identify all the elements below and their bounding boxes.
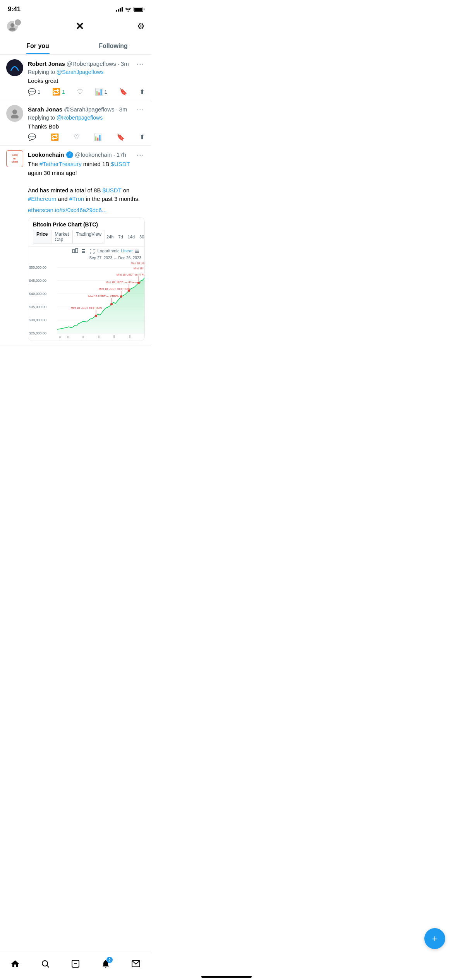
annotation-text-2: Mint 1B USDT on #TRON xyxy=(88,295,119,298)
tweet-header-sarah: Sarah Jonas @SarahJpageflows · 3m ··· xyxy=(28,105,145,114)
tweet-time: · xyxy=(118,60,119,67)
chart-header: Bitcoin Price Chart (BTC) Price Market C… xyxy=(28,218,144,247)
tab-for-you[interactable]: For you xyxy=(0,37,76,54)
ethereum-link[interactable]: #Ethereum xyxy=(28,195,56,202)
bookmark-button[interactable]: 🔖 xyxy=(119,89,127,95)
svg-point-0 xyxy=(10,23,14,27)
vol-bar xyxy=(129,335,130,338)
like-button[interactable]: ♡ xyxy=(74,134,79,140)
reply-to-link[interactable]: @Robertpageflows xyxy=(57,115,103,121)
tweet-timestamp: 3m xyxy=(121,60,129,67)
svg-rect-5 xyxy=(72,250,75,253)
retweet-button[interactable]: 🔁 xyxy=(51,134,59,140)
time-24h[interactable]: 24h xyxy=(105,234,115,240)
annotation-text-3: Mint 1B USDT on #TRON xyxy=(99,288,130,290)
reply-icon: 💬 xyxy=(28,134,36,140)
svg-point-1 xyxy=(9,27,15,31)
tweet-meta-sarah: Sarah Jonas @SarahJpageflows · 3m xyxy=(28,106,135,113)
share-button[interactable]: ⬆ xyxy=(139,89,145,95)
tweet-author-name: Lookonchain xyxy=(28,151,64,158)
chart-tab-tradingview[interactable]: TradingView xyxy=(72,230,105,244)
reply-button[interactable]: 💬 xyxy=(28,134,36,140)
share-icon: ⬆ xyxy=(139,89,145,95)
usdt-link-1[interactable]: $USDT xyxy=(111,161,130,167)
chart-tab-price[interactable]: Price xyxy=(33,230,51,244)
reply-to-label: Replying to @Robertpageflows xyxy=(28,115,145,121)
avatar-sarah[interactable] xyxy=(6,105,23,122)
tweet-actions-sarah: 💬 🔁 ♡ 📊 🔖 ⬆ xyxy=(28,134,145,140)
annotation-text-1: Mint 1B USDT on #TRON xyxy=(71,307,102,309)
tweet-body-robert: Robert Jonas @Robertpageflows · 3m ··· R… xyxy=(28,59,145,95)
y-label-50k: $50,000.00 xyxy=(29,266,46,269)
views-icon: 📊 xyxy=(95,89,103,95)
heart-icon: ♡ xyxy=(77,89,83,95)
tab-following[interactable]: Following xyxy=(76,37,151,54)
avatar-robert[interactable] xyxy=(6,59,23,76)
annotation-text-7: Mint 1B USDT on #TRON xyxy=(134,267,145,270)
annotation-text-4: Mint 1B USDT on #Ethereum xyxy=(106,281,141,284)
chart-type-tabs: Price Market Cap TradingView xyxy=(33,230,105,244)
tweet-timestamp: 17h xyxy=(117,151,126,158)
app-header: ✕ ⚙ xyxy=(0,15,151,37)
retweet-count: 1 xyxy=(62,89,65,95)
tron-link[interactable]: #Tron xyxy=(69,195,84,202)
svg-rect-2 xyxy=(6,59,23,76)
vol-bar xyxy=(82,336,84,338)
retweet-icon: 🔁 xyxy=(51,134,59,140)
status-icons xyxy=(116,7,143,12)
reply-to-label: Replying to @SarahJpageflows xyxy=(28,69,145,75)
vol-bar xyxy=(98,336,100,338)
logarithmic-option[interactable]: Logarithmic xyxy=(98,248,120,254)
y-label-35k: $35,000.00 xyxy=(29,305,46,309)
chart-expand-icon[interactable] xyxy=(89,248,95,254)
reply-to-link[interactable]: @SarahJpageflows xyxy=(57,69,104,75)
settings-icon[interactable]: ⚙ xyxy=(137,21,145,31)
tweet-meta-lookonchain: Lookonchain ✓ @lookonchain · 17h xyxy=(28,151,135,158)
battery-icon xyxy=(134,7,143,12)
views-button[interactable]: 📊 1 xyxy=(95,89,107,95)
tweet-more-button[interactable]: ··· xyxy=(135,59,145,68)
share-button[interactable]: ⬆ xyxy=(139,134,145,140)
annotation-dot-2 xyxy=(110,303,113,305)
etherscan-link[interactable]: etherscan.io/tx/0xc46a29dc6... xyxy=(28,207,145,213)
svg-rect-6 xyxy=(76,248,78,253)
bookmark-button[interactable]: 🔖 xyxy=(117,134,125,140)
annotation-dot-1 xyxy=(95,315,97,317)
status-bar: 9:41 xyxy=(0,0,151,15)
svg-point-4 xyxy=(11,115,19,118)
retweet-button[interactable]: 🔁 1 xyxy=(52,89,65,95)
usdt-link-2[interactable]: $USDT xyxy=(103,187,122,194)
tether-treasury-link[interactable]: #TetherTreasury xyxy=(39,161,82,167)
views-button[interactable]: 📊 xyxy=(94,134,102,140)
tweet-header-robert: Robert Jonas @Robertpageflows · 3m ··· xyxy=(28,59,145,68)
profile-avatar-group[interactable] xyxy=(6,19,22,34)
linear-option[interactable]: Linear xyxy=(121,248,133,254)
tweet-dot: · xyxy=(116,106,118,113)
tweet-body-lookonchain: Lookonchain ✓ @lookonchain · 17h ··· The… xyxy=(28,150,145,341)
chart-icon-1[interactable] xyxy=(72,248,78,254)
reply-button[interactable]: 💬 1 xyxy=(28,89,40,95)
tweet-header-lookonchain: Lookonchain ✓ @lookonchain · 17h ··· xyxy=(28,150,145,159)
share-icon: ⬆ xyxy=(139,134,145,140)
tweet-body-sarah: Sarah Jonas @SarahJpageflows · 3m ··· Re… xyxy=(28,105,145,141)
time-7d[interactable]: 7d xyxy=(117,234,124,240)
vol-bar xyxy=(144,334,145,338)
like-button[interactable]: ♡ xyxy=(77,89,83,95)
tweet-more-button[interactable]: ··· xyxy=(135,150,145,159)
bookmark-icon: 🔖 xyxy=(119,89,127,95)
menu-icon[interactable] xyxy=(134,248,140,254)
chart-icon-2[interactable] xyxy=(81,248,87,254)
annotation-dot-3 xyxy=(120,295,122,298)
retweet-icon: 🔁 xyxy=(52,89,60,95)
verified-badge: ✓ xyxy=(66,151,73,158)
reply-count: 1 xyxy=(38,89,40,95)
chart-area: $50,000.00 $45,000.00 $40,000.00 $35,000… xyxy=(28,262,144,341)
chart-tab-marketcap[interactable]: Market Cap xyxy=(51,230,72,244)
vol-bar xyxy=(113,335,115,338)
vol-bar xyxy=(67,336,69,338)
tweet-more-button[interactable]: ··· xyxy=(135,105,145,114)
avatar-lookonchain[interactable]: Lookonchain xyxy=(6,150,23,167)
time-14d[interactable]: 14d xyxy=(126,234,136,240)
tweet-author-name: Robert Jonas xyxy=(28,60,65,67)
time-30d[interactable]: 30d xyxy=(138,234,145,240)
